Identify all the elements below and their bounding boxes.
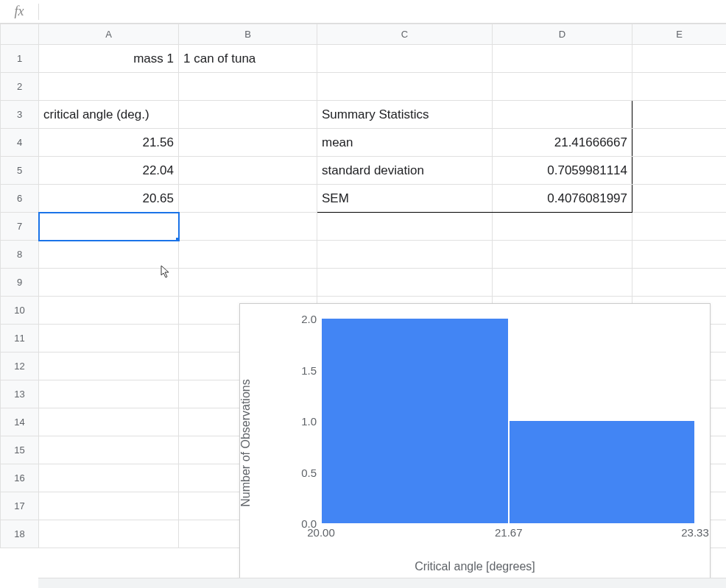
cell-B2[interactable] <box>179 73 317 101</box>
cell-A17[interactable] <box>39 492 179 520</box>
cell-C1[interactable] <box>317 45 493 73</box>
cell-A10[interactable] <box>39 297 179 325</box>
row-header-13[interactable]: 13 <box>1 380 39 408</box>
cell-C4[interactable]: mean <box>317 129 493 157</box>
row-header-11[interactable]: 11 <box>1 325 39 353</box>
chart-y-tick: 1.5 <box>283 364 317 376</box>
cell-B3[interactable] <box>179 101 317 129</box>
row-header-2[interactable]: 2 <box>1 73 39 101</box>
cell-A5[interactable]: 22.04 <box>39 157 179 185</box>
cell-D1[interactable] <box>493 45 632 73</box>
formula-bar: fx <box>0 0 726 24</box>
chart-bar <box>510 421 694 523</box>
cell-A15[interactable] <box>39 436 179 464</box>
cell-E8[interactable] <box>632 241 727 269</box>
chart-y-tick: 0.5 <box>283 466 317 478</box>
cell-E2[interactable] <box>632 73 727 101</box>
cell-E6[interactable] <box>632 185 727 213</box>
cell-B7[interactable] <box>179 213 317 241</box>
cell-E3[interactable] <box>632 101 727 129</box>
chart-plot-area: 0.00.51.01.52.020.0021.6723.33 <box>321 319 695 523</box>
row-header-18[interactable]: 18 <box>1 520 39 548</box>
cell-A18[interactable] <box>39 520 179 548</box>
cell-C7[interactable] <box>317 213 493 241</box>
select-all[interactable] <box>1 24 39 45</box>
cell-E4[interactable] <box>632 129 727 157</box>
row-header-16[interactable]: 16 <box>1 464 39 492</box>
row-header-8[interactable]: 8 <box>1 241 39 269</box>
cell-A1[interactable]: mass 1 <box>39 45 179 73</box>
row-header-12[interactable]: 12 <box>1 353 39 380</box>
cell-E5[interactable] <box>632 157 727 185</box>
cell-B1[interactable]: 1 can of tuna <box>179 45 317 73</box>
col-header-D[interactable]: D <box>493 24 632 45</box>
cell-C9[interactable] <box>317 269 493 297</box>
row-header-15[interactable]: 15 <box>1 436 39 464</box>
cell-A3[interactable]: critical angle (deg.) <box>39 101 179 129</box>
cell-A6[interactable]: 20.65 <box>39 185 179 213</box>
cell-E9[interactable] <box>632 269 727 297</box>
row-header-9[interactable]: 9 <box>1 269 39 297</box>
cell-D3[interactable] <box>493 101 632 129</box>
cell-D9[interactable] <box>493 269 632 297</box>
chart-y-tick: 2.0 <box>283 313 317 325</box>
col-header-A[interactable]: A <box>39 24 179 45</box>
cell-C2[interactable] <box>317 73 493 101</box>
histogram-chart[interactable]: Number of Observations 0.00.51.01.52.020… <box>239 303 711 583</box>
cell-D6[interactable]: 0.4076081997 <box>493 185 632 213</box>
row-header-3[interactable]: 3 <box>1 101 39 129</box>
cell-B9[interactable] <box>179 269 317 297</box>
row-header-5[interactable]: 5 <box>1 157 39 185</box>
row-header-17[interactable]: 17 <box>1 492 39 520</box>
chart-x-tick: 23.33 <box>681 526 709 539</box>
cell-B6[interactable] <box>179 185 317 213</box>
cell-A12[interactable] <box>39 353 179 380</box>
row-header-7[interactable]: 7 <box>1 213 39 241</box>
cell-A14[interactable] <box>39 408 179 436</box>
cell-A13[interactable] <box>39 380 179 408</box>
cell-D4[interactable]: 21.41666667 <box>493 129 632 157</box>
chart-x-tick: 21.67 <box>495 526 523 539</box>
cell-C6[interactable]: SEM <box>317 185 493 213</box>
cell-E1[interactable] <box>632 45 727 73</box>
cell-B8[interactable] <box>179 241 317 269</box>
col-header-E[interactable]: E <box>632 24 727 45</box>
chart-x-axis-label: Critical angle [degrees] <box>240 560 710 573</box>
cell-B4[interactable] <box>179 129 317 157</box>
cell-A11[interactable] <box>39 325 179 353</box>
cell-D2[interactable] <box>493 73 632 101</box>
fx-icon: fx <box>4 4 34 19</box>
divider <box>38 4 39 20</box>
cell-A8[interactable] <box>39 241 179 269</box>
cell-C8[interactable] <box>317 241 493 269</box>
cell-A7[interactable] <box>39 213 179 241</box>
row-header-1[interactable]: 1 <box>1 45 39 73</box>
chart-y-axis-label: Number of Observations <box>239 379 253 506</box>
cell-A16[interactable] <box>39 464 179 492</box>
horizontal-scrollbar[interactable] <box>38 578 726 588</box>
cell-C5[interactable]: standard deviation <box>317 157 493 185</box>
chart-x-tick: 20.00 <box>307 526 335 539</box>
cell-A4[interactable]: 21.56 <box>39 129 179 157</box>
cell-A9[interactable] <box>39 269 179 297</box>
chart-y-tick: 1.0 <box>283 415 317 428</box>
chart-bar <box>322 319 508 523</box>
row-header-6[interactable]: 6 <box>1 185 39 213</box>
cell-A2[interactable] <box>39 73 179 101</box>
col-header-B[interactable]: B <box>179 24 317 45</box>
cell-D8[interactable] <box>493 241 632 269</box>
cell-C3[interactable]: Summary Statistics <box>317 101 493 129</box>
row-header-10[interactable]: 10 <box>1 297 39 325</box>
cell-D5[interactable]: 0.7059981114 <box>493 157 632 185</box>
col-header-C[interactable]: C <box>317 24 493 45</box>
row-header-14[interactable]: 14 <box>1 408 39 436</box>
row-header-4[interactable]: 4 <box>1 129 39 157</box>
cell-D7[interactable] <box>493 213 632 241</box>
cell-E7[interactable] <box>632 213 727 241</box>
spreadsheet[interactable]: A B C D E 1 mass 1 1 can of tuna 2 <box>0 24 726 548</box>
cell-B5[interactable] <box>179 157 317 185</box>
formula-input[interactable] <box>43 0 726 23</box>
